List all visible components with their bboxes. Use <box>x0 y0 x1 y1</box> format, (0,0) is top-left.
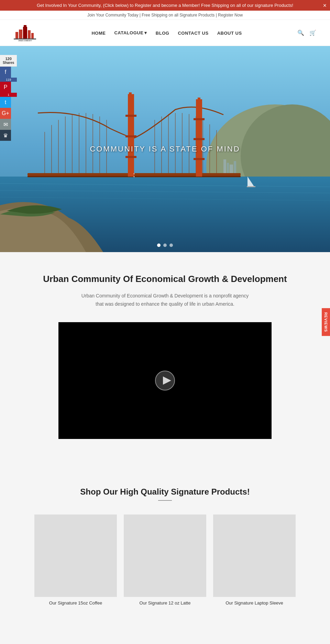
svg-rect-4 <box>31 33 34 39</box>
product-grid: Our Signature 15oz Coffee Our Signature … <box>7 515 323 606</box>
hero-section: COMMUNITY IS A STATE OF MIND <box>0 46 330 252</box>
svg-rect-39 <box>125 115 136 117</box>
carousel-dot-3[interactable] <box>169 244 173 247</box>
email-share-button[interactable]: ✉ <box>0 119 11 130</box>
svg-rect-47 <box>198 98 200 103</box>
main-nav: HOME CATALOGUE ▾ BLOG CONTACT US ABOUT U… <box>91 30 242 36</box>
svg-rect-44 <box>194 118 205 120</box>
shop-title: Shop Our High Quality Signature Products… <box>7 487 323 497</box>
svg-rect-49 <box>223 159 226 173</box>
pinterest-count: 1 <box>0 93 17 97</box>
svg-rect-1 <box>19 30 22 39</box>
logo-area[interactable]: URBAN COMMUNITY <box>14 23 36 42</box>
cart-icon[interactable]: 🛒 <box>309 30 316 36</box>
twitter-share-button[interactable]: t <box>0 97 11 108</box>
google-share-button[interactable]: G+ <box>0 108 11 119</box>
header-icons: 🔍 🛒 <box>297 30 316 36</box>
carousel-dots <box>157 244 173 247</box>
product-card-2[interactable]: Our Signature Laptop Sleeve <box>213 515 296 606</box>
nav-catalogue[interactable]: CATALOGUE ▾ <box>114 30 147 35</box>
svg-rect-43 <box>196 99 202 177</box>
top-banner[interactable]: Get Involved In Your Community, (Click b… <box>0 0 330 11</box>
nav-blog[interactable]: BLOG <box>156 31 169 36</box>
svg-rect-40 <box>125 135 136 137</box>
about-section: Urban Community Of Economical Growth & D… <box>0 252 330 473</box>
product-card-0[interactable]: Our Signature 15oz Coffee <box>34 515 117 606</box>
svg-rect-50 <box>227 163 229 173</box>
nav-about[interactable]: ABOUT US <box>217 31 242 36</box>
social-sidebar: 120 Shares f 119 P 1 t G+ ✉ ♛ <box>0 55 17 141</box>
nav-home[interactable]: HOME <box>91 31 106 36</box>
svg-rect-51 <box>230 165 233 173</box>
product-name-1: Our Signature 12 oz Latte <box>124 600 206 606</box>
svg-rect-2 <box>23 27 27 39</box>
reviews-sidebar[interactable]: REVIEWS <box>322 308 330 336</box>
about-title: Urban Community Of Economical Growth & D… <box>7 273 323 285</box>
svg-rect-3 <box>28 30 31 39</box>
header: URBAN COMMUNITY HOME CATALOGUE ▾ BLOG CO… <box>0 20 330 46</box>
product-image-2 <box>213 515 296 597</box>
crown-share-button[interactable]: ♛ <box>0 130 11 141</box>
svg-text:URBAN COMMUNITY: URBAN COMMUNITY <box>18 40 32 42</box>
carousel-dot-1[interactable] <box>157 244 161 247</box>
svg-rect-0 <box>15 32 18 39</box>
banner-close-button[interactable]: × <box>323 2 327 9</box>
shop-divider <box>158 500 172 501</box>
search-icon[interactable]: 🔍 <box>297 30 304 36</box>
product-card-1[interactable]: Our Signature 12 oz Latte <box>124 515 206 606</box>
product-image-1 <box>124 515 206 597</box>
pinterest-share-button[interactable]: P <box>0 82 11 93</box>
carousel-dot-2[interactable] <box>163 244 167 247</box>
hero-headline: COMMUNITY IS A STATE OF MIND <box>90 145 240 154</box>
about-description: Urban Community of Economical Growth & D… <box>79 292 251 308</box>
svg-rect-53 <box>247 186 255 187</box>
svg-rect-52 <box>234 161 236 173</box>
video-container[interactable] <box>58 322 272 439</box>
shop-section: Shop Our High Quality Signature Products… <box>0 473 330 619</box>
svg-rect-6 <box>25 25 26 28</box>
svg-rect-42 <box>129 92 132 98</box>
product-image-0 <box>34 515 117 597</box>
facebook-share-button[interactable]: f <box>0 67 11 78</box>
announcement-bar: Join Your Community Today | Free Shippin… <box>0 11 330 20</box>
nav-contact[interactable]: CONTACT US <box>178 31 208 36</box>
svg-rect-5 <box>24 25 25 28</box>
svg-rect-45 <box>194 138 205 140</box>
facebook-count: 119 <box>0 78 17 82</box>
svg-rect-41 <box>125 156 136 158</box>
svg-rect-7 <box>14 38 36 39</box>
dropdown-arrow-icon: ▾ <box>144 30 147 35</box>
logo-image: URBAN COMMUNITY <box>14 23 36 42</box>
play-icon <box>155 370 175 391</box>
product-name-0: Our Signature 15oz Coffee <box>34 600 117 606</box>
svg-rect-46 <box>194 158 205 160</box>
share-count: 120 Shares <box>0 55 17 67</box>
product-name-2: Our Signature Laptop Sleeve <box>213 600 296 606</box>
